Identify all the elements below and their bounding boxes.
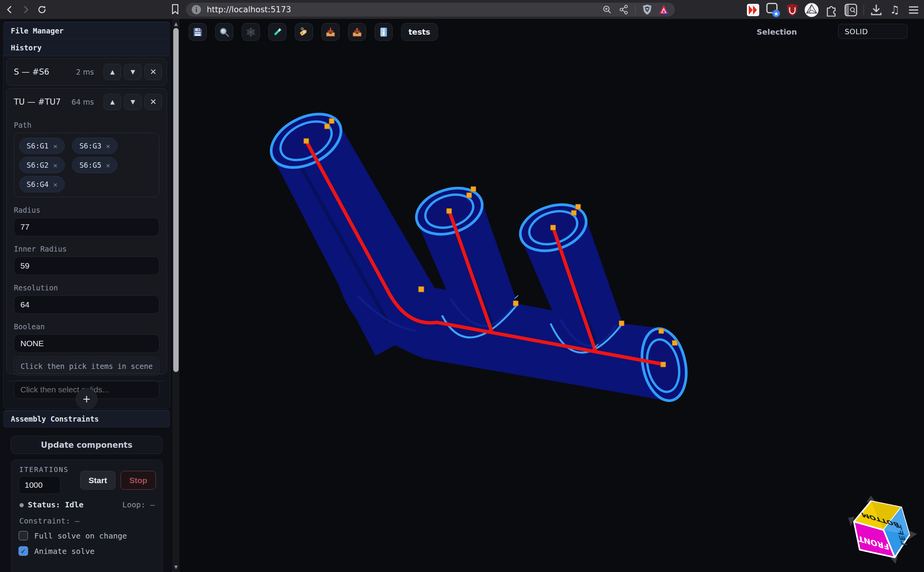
card-title: S — #S6 [14,67,49,77]
path-chip[interactable]: S6:G5✕ [72,157,117,173]
test-tube-icon [272,27,283,37]
viewport-toolbar: tests [189,23,438,41]
info-button[interactable] [375,23,393,41]
boolean-label: Boolean [14,322,159,331]
ext-window-star-icon[interactable]: ★ [766,2,780,18]
brave-shield-icon[interactable] [643,4,652,15]
divider [864,5,864,15]
status-text: Status: Idle [28,500,84,509]
iterations-input[interactable] [19,476,60,494]
extensions-puzzle-icon[interactable] [825,3,838,17]
share-icon[interactable] [619,5,628,15]
inner-radius-input[interactable] [14,257,159,275]
chip-remove-icon[interactable]: ✕ [53,142,57,150]
iterations-label: ITERATIONS [19,465,69,474]
brave-rewards-icon[interactable] [659,4,669,15]
bookmark-icon[interactable] [171,4,179,16]
site-info-icon[interactable] [191,5,201,15]
url-bar[interactable]: http://localhost:5173 [186,3,675,17]
history-card-tu[interactable]: TU — #TU7 64 ms ▲ ▼ ✕ Path S6:G1✕ S6:G3✕… [6,88,167,374]
chip-label: S6:G1 [27,142,49,150]
divider [8,381,165,381]
down-icon: ▼ [131,98,135,105]
selection-label: Selection [757,27,797,37]
web-button[interactable] [242,23,260,41]
menu-hamburger-icon[interactable] [907,3,920,17]
full-solve-checkbox[interactable] [18,531,28,540]
close-icon: ✕ [150,97,157,107]
viewport-3d[interactable]: BOTTOM LEFT FRONT tests Sel [179,19,924,572]
outbox-up-icon [352,27,362,37]
music-icon[interactable]: ♫ [889,3,901,17]
boolean-select[interactable] [14,334,159,353]
selection-mode-select[interactable]: SOLID [838,24,907,39]
url-text[interactable]: http://localhost:5173 [207,5,602,14]
view-cube[interactable]: BOTTOM LEFT FRONT [848,495,917,564]
scene-canvas[interactable]: BOTTOM LEFT FRONT [179,19,924,572]
assembly-constraints-label: Assembly Constraints [11,415,99,423]
ext-sidebar-search-icon[interactable] [844,3,857,17]
path-chip[interactable]: S6:G3✕ [72,138,117,154]
close-icon: ✕ [150,67,157,77]
plus-icon: + [82,393,91,405]
save-button[interactable] [189,23,207,41]
solver-panel: ITERATIONS Start Stop ● Status: Idle Loo… [11,460,163,572]
chip-label: S6:G3 [79,142,101,150]
path-label: Path [14,121,159,129]
magnifier-icon [219,27,229,37]
zoom-page-icon[interactable] [602,5,612,15]
move-up-button[interactable]: ▲ [104,94,121,110]
status-dot-icon: ● [19,502,24,508]
move-up-button[interactable]: ▲ [104,64,121,80]
full-solve-label: Full solve on change [34,531,127,540]
test-tube-button[interactable] [268,23,286,41]
inspect-button[interactable] [215,23,233,41]
radius-input[interactable] [14,218,159,236]
sidebar-scrollbar[interactable]: ▲ ▼ [172,19,179,572]
update-components-button[interactable]: Update components [11,436,162,454]
import-button[interactable] [321,23,340,41]
chip-remove-icon[interactable]: ✕ [106,142,110,150]
ext-ublock-icon[interactable] [787,3,798,17]
move-down-button[interactable]: ▼ [124,64,142,80]
ext-mesh-icon[interactable] [804,3,819,17]
sidebar-section-history[interactable]: History [3,40,170,56]
svg-text:♫: ♫ [890,3,899,16]
chip-remove-icon[interactable]: ✕ [53,180,57,188]
delete-button[interactable]: ✕ [144,94,162,110]
path-chip[interactable]: S6:G1✕ [19,138,65,154]
resolution-input[interactable] [14,295,159,314]
card-time: 64 ms [71,98,94,106]
path-chip[interactable]: S6:G2✕ [19,157,65,173]
sidebar-section-assembly-constraints[interactable]: Assembly Constraints [3,410,170,427]
scroll-up-icon[interactable]: ▲ [172,21,179,27]
history-card-s[interactable]: S — #S6 2 ms ▲ ▼ ✕ [6,58,167,86]
scrollbar-thumb[interactable] [173,28,179,372]
radius-label: Radius [14,206,159,214]
tag-button[interactable] [295,23,313,41]
path-chip[interactable]: S6:G4✕ [19,176,65,192]
stop-button[interactable]: Stop [121,471,156,490]
chip-label: S6:G5 [79,161,101,169]
delete-button[interactable]: ✕ [144,64,162,80]
forward-icon[interactable] [19,3,32,16]
pick-items-button[interactable]: Click then pick items in scene [16,359,157,374]
move-down-button[interactable]: ▼ [124,94,142,110]
chip-remove-icon[interactable]: ✕ [106,161,110,169]
add-operation-button[interactable]: + [76,388,97,410]
scroll-down-icon[interactable]: ▼ [172,564,179,570]
animate-solve-checkbox[interactable]: ✓ [18,546,28,556]
extension-strip: ★ ♫ [747,2,920,18]
sidebar-section-file-manager[interactable]: File Manager [3,22,170,40]
chip-remove-icon[interactable]: ✕ [53,161,57,169]
start-button[interactable]: Start [80,471,116,490]
back-icon[interactable] [3,3,16,16]
chip-label: S6:G2 [27,161,49,169]
reload-icon[interactable] [35,3,49,16]
downloads-icon[interactable] [870,3,882,17]
constraint-text: Constraint: — [19,516,80,525]
resolution-label: Resolution [14,283,159,292]
export-button[interactable] [348,23,366,41]
ext-red-chevrons-icon[interactable] [747,3,760,17]
tests-button[interactable]: tests [401,23,438,41]
